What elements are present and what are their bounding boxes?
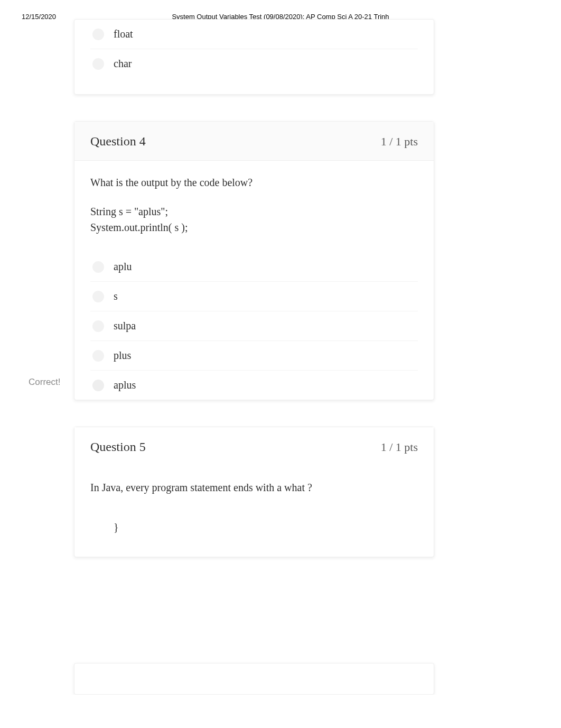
- main-content: float char Question 4 1 / 1 pts What is …: [0, 0, 561, 695]
- question-header: Question 4 1 / 1 pts: [74, 122, 434, 161]
- question-body: What is the output by the code below? St…: [74, 161, 434, 252]
- radio-icon[interactable]: [92, 261, 104, 273]
- option-label: float: [114, 28, 133, 40]
- question-title: Question 4: [90, 134, 146, 149]
- options-list: }: [74, 514, 434, 557]
- question-5-card: Question 5 1 / 1 pts In Java, every prog…: [74, 427, 434, 557]
- options-list: aplu s sulpa plus aplus: [74, 252, 434, 400]
- option-row[interactable]: plus: [90, 341, 418, 371]
- question-4-card: Question 4 1 / 1 pts What is the output …: [74, 121, 434, 400]
- radio-icon[interactable]: [92, 58, 104, 70]
- radio-icon[interactable]: [92, 380, 104, 391]
- question-prompt: In Java, every program statement ends wi…: [90, 482, 418, 494]
- option-label: }: [114, 521, 119, 533]
- option-label: plus: [114, 349, 131, 362]
- option-row[interactable]: s: [90, 282, 418, 311]
- option-row[interactable]: aplu: [90, 252, 418, 282]
- spacer: [74, 584, 434, 663]
- option-label: s: [114, 290, 118, 302]
- option-row-correct[interactable]: aplus: [90, 371, 418, 400]
- question-body: In Java, every program statement ends wi…: [74, 466, 434, 514]
- code-line: String s = "aplus";: [90, 204, 418, 219]
- question-title: Question 5: [90, 440, 146, 454]
- option-row[interactable]: }: [90, 514, 418, 541]
- option-row[interactable]: sulpa: [90, 311, 418, 341]
- radio-icon[interactable]: [92, 350, 104, 362]
- partial-bottom-card: [74, 663, 434, 695]
- radio-icon[interactable]: [92, 29, 104, 40]
- option-row[interactable]: char: [90, 49, 418, 78]
- code-block: String s = "aplus"; System.out.println( …: [90, 204, 418, 235]
- question-points: 1 / 1 pts: [381, 440, 418, 454]
- question-prompt: What is the output by the code below?: [90, 177, 418, 189]
- option-row[interactable]: float: [90, 20, 418, 49]
- radio-icon[interactable]: [92, 291, 104, 302]
- option-label: aplus: [114, 379, 136, 391]
- option-label: sulpa: [114, 320, 136, 332]
- correct-label: Correct!: [29, 377, 60, 388]
- options-list: float char: [74, 20, 434, 78]
- option-label: char: [114, 58, 132, 70]
- partial-question-card: float char: [74, 19, 434, 95]
- option-label: aplu: [114, 261, 132, 273]
- question-header: Question 5 1 / 1 pts: [74, 427, 434, 466]
- question-points: 1 / 1 pts: [381, 135, 418, 149]
- radio-icon[interactable]: [92, 320, 104, 332]
- code-line: System.out.println( s );: [90, 219, 418, 235]
